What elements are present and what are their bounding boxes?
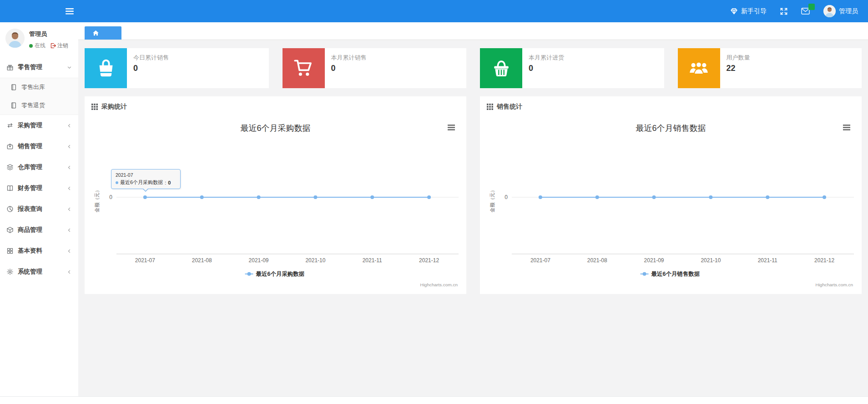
data-point[interactable] [709,195,712,199]
menu-label: 报表查询 [18,205,42,213]
highcharts-credit[interactable]: Highcharts.com.cn [815,282,853,287]
x-tick-label: 2021-08 [192,257,212,264]
data-point[interactable] [652,195,656,199]
sidebar-item-goods[interactable]: 商品管理 [0,219,78,240]
y-tick-label: 0 [109,194,112,200]
card-icon-box [85,48,127,88]
briefcase-icon [6,143,14,150]
sales-chart[interactable]: 最近6个月销售数据 金额（元） 0 [487,115,855,294]
guide-label: 新手引导 [741,7,767,15]
logout-icon [50,43,56,49]
x-tick-label: 2021-12 [419,257,439,264]
highcharts-credit[interactable]: Highcharts.com.cn [420,282,458,287]
repeat-icon [6,122,14,129]
page-footer [0,396,868,404]
data-point[interactable] [823,195,826,199]
pie-chart-icon [6,205,14,213]
menu-label: 商品管理 [18,226,42,234]
x-tick-label: 2021-07 [135,257,155,264]
panel-title: 销售统计 [497,103,522,111]
home-icon [93,30,99,36]
data-point[interactable] [766,195,769,199]
legend-marker [247,272,251,276]
x-tick-label: 2021-09 [249,257,269,264]
sidebar-item-system[interactable]: 系统管理 [0,261,78,282]
card-value: 0 [331,64,367,73]
menu-label: 采购管理 [18,121,42,130]
sidebar-toggle-button[interactable] [66,8,74,15]
legend-label: 最近6个月采购数据 [256,271,305,277]
line-chart-svg: 最近6个月销售数据 金额（元） 0 [487,115,855,293]
sidebar-item-retail-return[interactable]: 零售退货 [0,96,78,115]
purchase-stats-panel: 采购统计 最近6个月采购数据 金额（元） 0 [85,96,466,294]
chart-legend[interactable]: 最近6个月采购数据 [245,271,305,277]
chart-title: 最近6个月销售数据 [636,124,706,133]
sidebar: 管理员 在线 注销 零售管理 [0,22,78,396]
x-tick-label: 2021-10 [305,257,325,264]
sidebar-item-purchase[interactable]: 采购管理 [0,115,78,136]
card-label: 今日累计销售 [133,54,169,62]
chart-panels-row: 采购统计 最近6个月采购数据 金额（元） 0 [85,96,862,294]
stat-card-month-purchase[interactable]: 本月累计进货 0 [480,48,664,88]
card-value: 0 [133,64,169,73]
data-point[interactable] [595,195,599,199]
journal-icon [10,84,17,91]
sidebar-item-retail[interactable]: 零售管理 [0,57,78,78]
sidebar-item-reports[interactable]: 报表查询 [0,199,78,219]
tooltip-separator: : [165,180,166,185]
stat-card-user-count[interactable]: 用户数量 22 [678,48,862,88]
chevron-left-icon [67,228,72,233]
chevron-left-icon [67,123,72,128]
tooltip-series-name: 最近6个月采购数据 [120,179,163,186]
sidebar-avatar[interactable] [5,29,25,48]
data-point[interactable] [313,195,317,199]
online-status-label: 在线 [35,42,45,50]
sidebar-item-finance[interactable]: 财务管理 [0,178,78,199]
stat-card-month-sales[interactable]: 本月累计销售 0 [283,48,467,88]
chart-menu-icon[interactable] [448,125,455,130]
sidebar-item-sales[interactable]: 销售管理 [0,136,78,157]
tooltip-value: 0 [168,180,171,185]
menu-label: 零售管理 [18,63,42,71]
data-point[interactable] [143,195,147,199]
sidebar-submenu-retail: 零售出库 零售退货 [0,78,78,115]
user-menu[interactable]: 管理员 [823,5,858,17]
tab-home-label: 首页 [101,29,113,37]
sidebar-item-basic-data[interactable]: 基本资料 [0,240,78,261]
purchase-chart[interactable]: 最近6个月采购数据 金额（元） 0 [91,115,459,294]
line-chart-svg: 最近6个月采购数据 金额（元） 0 [91,115,459,293]
data-point[interactable] [200,195,204,199]
gift-icon [6,64,14,71]
menu-label: 零售退货 [21,101,45,110]
panel-title: 采购统计 [101,103,127,111]
chevron-left-icon [67,249,72,254]
users-icon [688,58,709,78]
messages-button[interactable]: 0 [801,8,810,15]
chevron-left-icon [67,186,72,191]
fullscreen-button[interactable] [780,8,787,15]
data-point[interactable] [427,195,431,199]
x-tick-label: 2021-12 [814,257,834,264]
data-point[interactable] [370,195,374,199]
data-point[interactable] [257,195,261,199]
card-icon-box [678,48,720,88]
shopping-basket-icon [491,58,511,78]
chart-menu-icon[interactable] [843,125,850,130]
sidebar-item-retail-outbound[interactable]: 零售出库 [0,78,78,96]
stat-card-today-sales[interactable]: 今日累计销售 0 [85,48,269,88]
logout-link[interactable]: 注销 [50,42,68,50]
sidebar-user-panel: 管理员 在线 注销 [0,22,78,57]
card-value: 0 [529,64,564,73]
menu-label: 系统管理 [18,268,42,276]
tab-home[interactable]: 首页 [85,26,121,40]
data-point[interactable] [539,195,542,199]
guide-link[interactable]: 新手引导 [730,7,767,15]
shopping-cart-icon [293,58,314,78]
x-tick-label: 2021-10 [701,257,721,264]
th-grid-icon [487,104,493,110]
sidebar-username: 管理员 [29,29,68,38]
main-content: 首页 今日累计销售 0 [78,22,868,396]
chart-legend[interactable]: 最近6个月销售数据 [641,271,700,277]
sidebar-item-warehouse[interactable]: 仓库管理 [0,157,78,178]
chart-title: 最近6个月采购数据 [241,124,311,133]
